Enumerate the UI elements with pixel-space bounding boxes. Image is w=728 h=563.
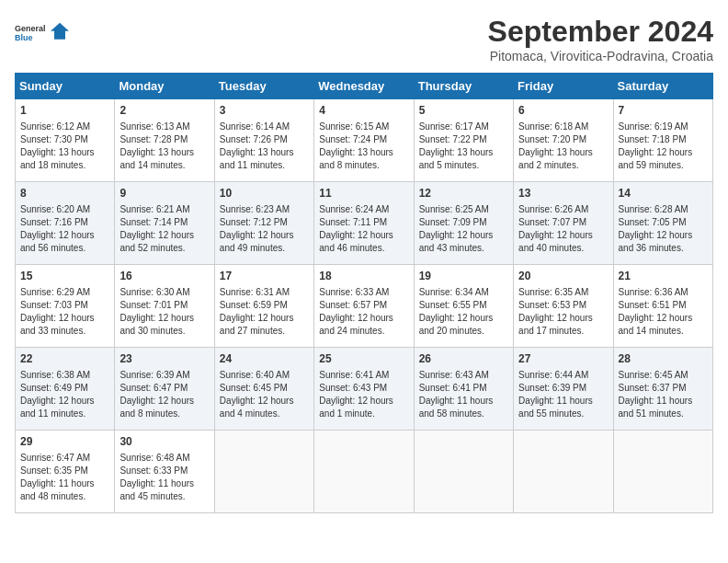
calendar-week-row: 22Sunrise: 6:38 AM Sunset: 6:49 PM Dayli…: [16, 348, 713, 431]
day-number: 24: [220, 351, 309, 367]
day-info: Sunrise: 6:15 AM Sunset: 7:24 PM Dayligh…: [319, 121, 408, 172]
day-info: Sunrise: 6:24 AM Sunset: 7:11 PM Dayligh…: [319, 203, 408, 255]
day-number: 9: [119, 186, 209, 201]
svg-text:Blue: Blue: [15, 33, 33, 42]
day-number: 10: [220, 186, 309, 201]
calendar-day-cell: 18Sunrise: 6:33 AM Sunset: 6:57 PM Dayli…: [314, 265, 414, 348]
day-info: Sunrise: 6:28 AM Sunset: 7:05 PM Dayligh…: [619, 203, 708, 255]
month-title: September 2024: [488, 15, 713, 49]
day-info: Sunrise: 6:43 AM Sunset: 6:41 PM Dayligh…: [419, 369, 508, 420]
calendar-day-cell: [214, 431, 313, 513]
day-number: 16: [119, 269, 209, 284]
calendar-day-cell: 22Sunrise: 6:38 AM Sunset: 6:49 PM Dayli…: [16, 348, 115, 431]
day-info: Sunrise: 6:41 AM Sunset: 6:43 PM Dayligh…: [319, 369, 408, 420]
day-info: Sunrise: 6:12 AM Sunset: 7:30 PM Dayligh…: [20, 121, 109, 172]
calendar-day-cell: 28Sunrise: 6:45 AM Sunset: 6:37 PM Dayli…: [613, 348, 712, 431]
day-number: 14: [619, 186, 708, 201]
calendar-day-header: Friday: [514, 74, 613, 99]
calendar-day-cell: 9Sunrise: 6:21 AM Sunset: 7:14 PM Daylig…: [115, 182, 214, 265]
day-number: 30: [119, 434, 209, 450]
calendar-day-cell: 6Sunrise: 6:18 AM Sunset: 7:20 PM Daylig…: [514, 99, 613, 182]
calendar-day-cell: 29Sunrise: 6:47 AM Sunset: 6:35 PM Dayli…: [16, 431, 115, 513]
day-number: 6: [518, 103, 608, 119]
day-number: 15: [20, 269, 109, 284]
page-header: General Blue September 2024 Pitomaca, Vi…: [15, 15, 713, 63]
day-info: Sunrise: 6:34 AM Sunset: 6:55 PM Dayligh…: [419, 286, 508, 338]
calendar-week-row: 29Sunrise: 6:47 AM Sunset: 6:35 PM Dayli…: [16, 431, 713, 513]
day-info: Sunrise: 6:38 AM Sunset: 6:49 PM Dayligh…: [20, 369, 109, 420]
calendar-day-cell: 5Sunrise: 6:17 AM Sunset: 7:22 PM Daylig…: [414, 99, 513, 182]
day-info: Sunrise: 6:45 AM Sunset: 6:37 PM Dayligh…: [619, 369, 708, 420]
svg-text:General: General: [15, 24, 46, 33]
calendar-header-row: SundayMondayTuesdayWednesdayThursdayFrid…: [16, 74, 713, 99]
day-number: 25: [319, 351, 408, 367]
calendar-day-cell: [314, 431, 414, 513]
calendar-day-cell: 2Sunrise: 6:13 AM Sunset: 7:28 PM Daylig…: [115, 99, 214, 182]
calendar-day-cell: 26Sunrise: 6:43 AM Sunset: 6:41 PM Dayli…: [414, 348, 513, 431]
day-number: 26: [419, 351, 508, 367]
calendar-day-header: Wednesday: [314, 74, 414, 99]
day-info: Sunrise: 6:20 AM Sunset: 7:16 PM Dayligh…: [20, 203, 109, 255]
day-info: Sunrise: 6:29 AM Sunset: 7:03 PM Dayligh…: [20, 286, 109, 338]
calendar-day-cell: 23Sunrise: 6:39 AM Sunset: 6:47 PM Dayli…: [115, 348, 214, 431]
day-info: Sunrise: 6:18 AM Sunset: 7:20 PM Dayligh…: [518, 121, 608, 172]
day-number: 20: [518, 269, 608, 284]
calendar-day-header: Tuesday: [214, 74, 313, 99]
day-info: Sunrise: 6:36 AM Sunset: 6:51 PM Dayligh…: [619, 286, 708, 338]
calendar-day-cell: 12Sunrise: 6:25 AM Sunset: 7:09 PM Dayli…: [414, 182, 513, 265]
calendar-day-cell: 16Sunrise: 6:30 AM Sunset: 7:01 PM Dayli…: [115, 265, 214, 348]
calendar-day-cell: 25Sunrise: 6:41 AM Sunset: 6:43 PM Dayli…: [314, 348, 414, 431]
day-number: 11: [319, 186, 408, 201]
day-number: 19: [419, 269, 508, 284]
day-number: 18: [319, 269, 408, 284]
svg-marker-2: [51, 23, 69, 40]
day-info: Sunrise: 6:44 AM Sunset: 6:39 PM Dayligh…: [518, 369, 608, 420]
calendar-day-cell: 3Sunrise: 6:14 AM Sunset: 7:26 PM Daylig…: [214, 99, 313, 182]
calendar-day-header: Thursday: [414, 74, 513, 99]
day-number: 3: [220, 103, 309, 119]
calendar-day-cell: [414, 431, 513, 513]
logo-svg: General Blue: [15, 15, 70, 52]
calendar-day-cell: 27Sunrise: 6:44 AM Sunset: 6:39 PM Dayli…: [514, 348, 613, 431]
calendar-day-cell: [613, 431, 712, 513]
calendar-day-cell: 21Sunrise: 6:36 AM Sunset: 6:51 PM Dayli…: [613, 265, 712, 348]
day-info: Sunrise: 6:31 AM Sunset: 6:59 PM Dayligh…: [220, 286, 309, 338]
calendar-day-cell: [514, 431, 613, 513]
day-number: 21: [619, 269, 708, 284]
calendar-day-cell: 11Sunrise: 6:24 AM Sunset: 7:11 PM Dayli…: [314, 182, 414, 265]
calendar-day-header: Saturday: [613, 74, 712, 99]
calendar-day-cell: 15Sunrise: 6:29 AM Sunset: 7:03 PM Dayli…: [16, 265, 115, 348]
day-number: 22: [20, 351, 109, 367]
calendar-day-cell: 14Sunrise: 6:28 AM Sunset: 7:05 PM Dayli…: [613, 182, 712, 265]
calendar-week-row: 15Sunrise: 6:29 AM Sunset: 7:03 PM Dayli…: [16, 265, 713, 348]
calendar-week-row: 8Sunrise: 6:20 AM Sunset: 7:16 PM Daylig…: [16, 182, 713, 265]
calendar-day-cell: 17Sunrise: 6:31 AM Sunset: 6:59 PM Dayli…: [214, 265, 313, 348]
day-number: 2: [119, 103, 209, 119]
day-info: Sunrise: 6:39 AM Sunset: 6:47 PM Dayligh…: [119, 369, 209, 420]
day-number: 17: [220, 269, 309, 284]
day-info: Sunrise: 6:14 AM Sunset: 7:26 PM Dayligh…: [220, 121, 309, 172]
day-number: 5: [419, 103, 508, 119]
day-info: Sunrise: 6:33 AM Sunset: 6:57 PM Dayligh…: [319, 286, 408, 338]
calendar-day-cell: 19Sunrise: 6:34 AM Sunset: 6:55 PM Dayli…: [414, 265, 513, 348]
day-number: 28: [619, 351, 708, 367]
day-info: Sunrise: 6:48 AM Sunset: 6:33 PM Dayligh…: [119, 452, 209, 503]
calendar-table: SundayMondayTuesdayWednesdayThursdayFrid…: [15, 73, 713, 513]
calendar-day-cell: 7Sunrise: 6:19 AM Sunset: 7:18 PM Daylig…: [613, 99, 712, 182]
day-info: Sunrise: 6:23 AM Sunset: 7:12 PM Dayligh…: [220, 203, 309, 255]
day-number: 4: [319, 103, 408, 119]
day-info: Sunrise: 6:35 AM Sunset: 6:53 PM Dayligh…: [518, 286, 608, 338]
day-info: Sunrise: 6:30 AM Sunset: 7:01 PM Dayligh…: [119, 286, 209, 338]
day-number: 23: [119, 351, 209, 367]
calendar-week-row: 1Sunrise: 6:12 AM Sunset: 7:30 PM Daylig…: [16, 99, 713, 182]
day-info: Sunrise: 6:40 AM Sunset: 6:45 PM Dayligh…: [220, 369, 309, 420]
calendar-day-cell: 24Sunrise: 6:40 AM Sunset: 6:45 PM Dayli…: [214, 348, 313, 431]
calendar-day-cell: 1Sunrise: 6:12 AM Sunset: 7:30 PM Daylig…: [16, 99, 115, 182]
logo: General Blue: [15, 15, 70, 52]
day-number: 1: [20, 103, 109, 119]
calendar-day-cell: 30Sunrise: 6:48 AM Sunset: 6:33 PM Dayli…: [115, 431, 214, 513]
day-number: 12: [419, 186, 508, 201]
day-info: Sunrise: 6:13 AM Sunset: 7:28 PM Dayligh…: [119, 121, 209, 172]
calendar-day-cell: 20Sunrise: 6:35 AM Sunset: 6:53 PM Dayli…: [514, 265, 613, 348]
day-number: 13: [518, 186, 608, 201]
